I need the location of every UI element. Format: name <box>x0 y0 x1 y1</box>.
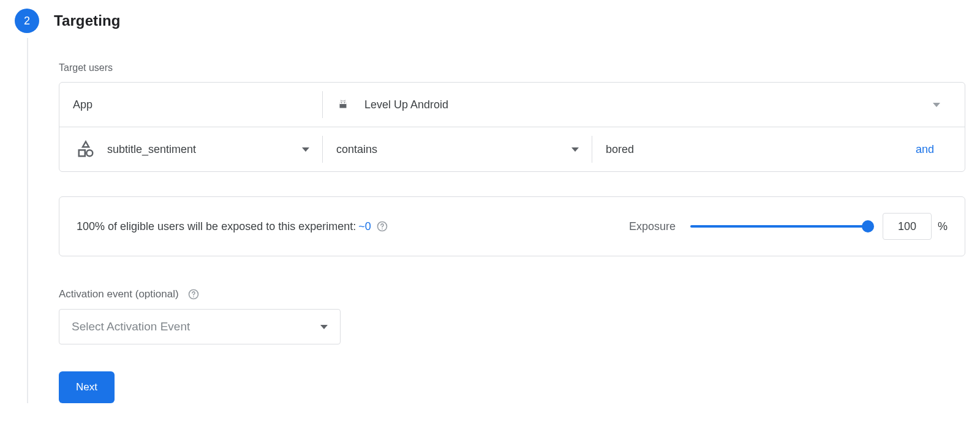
activation-event-placeholder: Select Activation Event <box>72 320 190 333</box>
svg-rect-1 <box>79 150 85 156</box>
step-header: 2 Targeting <box>15 9 965 33</box>
activation-event-label: Activation event (optional) <box>59 288 179 300</box>
slider-track <box>690 225 868 228</box>
help-icon[interactable] <box>187 288 200 300</box>
target-users-box: App Level Up Android <box>59 82 965 172</box>
help-icon[interactable] <box>376 220 388 232</box>
condition-property: subtitle_sentiment <box>107 143 196 156</box>
slider-thumb[interactable] <box>862 220 874 232</box>
app-value: Level Up Android <box>364 99 448 111</box>
chevron-down-icon <box>302 147 309 152</box>
step-title: Targeting <box>54 12 120 29</box>
chevron-down-icon <box>571 147 579 152</box>
condition-value: bored <box>606 143 634 156</box>
step-number-badge: 2 <box>15 9 39 33</box>
percent-sign: % <box>938 220 948 233</box>
exposure-input[interactable] <box>883 213 932 240</box>
svg-point-2 <box>86 150 92 156</box>
app-row: App Level Up Android <box>59 83 965 127</box>
condition-operator-select[interactable]: contains <box>323 127 592 171</box>
add-and-condition[interactable]: and <box>885 127 965 171</box>
shapes-icon <box>77 140 95 158</box>
condition-operator: contains <box>336 143 377 156</box>
exposure-approx-count: ~0 <box>358 220 371 233</box>
and-label: and <box>916 143 934 156</box>
svg-point-4 <box>382 228 383 229</box>
exposure-text: 100% of eligible users will be exposed t… <box>77 220 356 233</box>
exposure-label: Exposure <box>629 220 676 233</box>
app-label: App <box>73 99 92 111</box>
android-icon <box>336 98 350 111</box>
exposure-box: 100% of eligible users will be exposed t… <box>59 196 965 256</box>
condition-row: subtitle_sentiment contains bored and <box>59 127 965 171</box>
app-label-cell: App <box>59 83 323 127</box>
svg-marker-0 <box>83 142 89 147</box>
chevron-down-icon <box>933 103 940 107</box>
target-users-label: Target users <box>59 62 965 73</box>
next-button[interactable]: Next <box>59 371 115 403</box>
condition-value-cell[interactable]: bored <box>592 127 885 171</box>
exposure-slider[interactable] <box>690 220 868 232</box>
condition-property-select[interactable]: subtitle_sentiment <box>59 127 323 171</box>
svg-point-6 <box>193 296 194 297</box>
app-select[interactable]: Level Up Android <box>323 83 965 127</box>
activation-event-select[interactable]: Select Activation Event <box>59 309 341 344</box>
chevron-down-icon <box>320 325 328 329</box>
